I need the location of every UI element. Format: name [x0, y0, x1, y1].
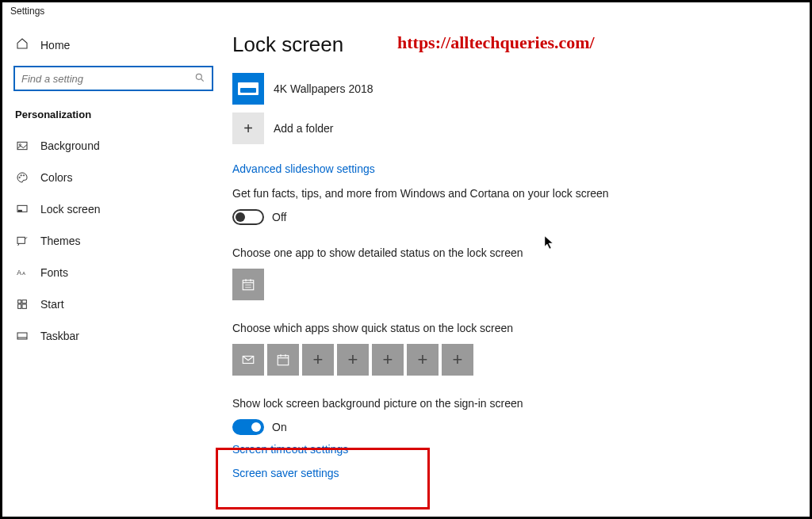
search-icon	[194, 72, 205, 86]
section-label: Personalization	[10, 102, 216, 130]
signin-picture-state: On	[272, 421, 287, 433]
svg-rect-12	[18, 300, 21, 303]
sidebar-item-taskbar[interactable]: Taskbar	[10, 320, 216, 352]
quick-status-slot-1[interactable]	[232, 344, 264, 376]
quick-status-text: Choose which apps show quick status on t…	[232, 321, 613, 336]
search-input-container[interactable]	[13, 66, 213, 91]
plus-icon: +	[453, 349, 463, 370]
plus-icon: +	[383, 349, 393, 370]
mail-icon	[241, 353, 255, 367]
plus-icon: +	[418, 349, 428, 370]
watermark-text: https://alltechqueries.com/	[397, 32, 595, 53]
svg-rect-8	[18, 210, 21, 211]
svg-rect-13	[22, 300, 26, 303]
window-title: Settings	[2, 2, 810, 23]
window-content: Home Personalization Background Colors L…	[2, 23, 810, 517]
add-folder-label: Add a folder	[274, 122, 334, 135]
grid-icon	[15, 298, 29, 311]
sidebar-item-label: Fonts	[40, 266, 68, 279]
sidebar-item-lock-screen[interactable]: Lock screen	[10, 193, 216, 225]
quick-status-slot-5[interactable]: +	[372, 344, 404, 376]
main-panel: Lock screen 4K Wallpapers 2018 + Add a f…	[216, 23, 810, 517]
fonts-icon: AA	[15, 266, 29, 279]
settings-window: Settings Home Personalization Background	[0, 0, 812, 519]
sidebar-item-label: Themes	[40, 235, 81, 247]
screen-timeout-link[interactable]: Screen timeout settings	[232, 443, 794, 456]
sidebar-item-background[interactable]: Background	[10, 130, 216, 162]
sidebar-item-colors[interactable]: Colors	[10, 162, 216, 193]
detailed-status-app-button[interactable]	[232, 269, 264, 300]
screen-saver-link[interactable]: Screen saver settings	[232, 467, 794, 479]
svg-point-4	[19, 177, 20, 177]
fun-facts-toggle[interactable]	[232, 209, 264, 225]
sidebar-item-label: Background	[40, 139, 100, 152]
palette-icon	[15, 171, 29, 184]
app-label: 4K Wallpapers 2018	[274, 82, 373, 95]
svg-text:A: A	[22, 271, 25, 276]
calendar-icon	[276, 353, 290, 367]
quick-status-slot-7[interactable]: +	[442, 344, 473, 376]
detailed-status-text: Choose one app to show detailed status o…	[232, 246, 613, 261]
svg-rect-25	[278, 355, 289, 364]
home-label: Home	[40, 39, 70, 52]
svg-text:A: A	[17, 269, 21, 277]
sidebar-item-label: Taskbar	[40, 330, 79, 342]
fun-facts-state: Off	[272, 211, 286, 223]
signin-picture-text: Show lock screen background picture on t…	[232, 396, 613, 411]
sidebar-item-label: Lock screen	[40, 203, 100, 216]
calendar-icon	[241, 277, 255, 292]
sidebar-item-label: Start	[40, 298, 64, 311]
search-input[interactable]	[21, 73, 188, 85]
app-tile-icon	[232, 73, 264, 105]
svg-line-1	[201, 78, 204, 81]
fun-facts-text: Get fun facts, tips, and more from Windo…	[232, 186, 613, 201]
plus-icon: +	[232, 113, 264, 144]
home-button[interactable]: Home	[10, 29, 216, 61]
svg-rect-15	[22, 304, 26, 308]
svg-rect-9	[17, 237, 25, 243]
quick-status-slot-4[interactable]: +	[337, 344, 369, 376]
svg-point-0	[196, 74, 201, 79]
quick-status-slot-3[interactable]: +	[302, 344, 334, 376]
quick-status-slot-6[interactable]: +	[407, 344, 439, 376]
plus-icon: +	[313, 349, 324, 370]
sidebar-item-fonts[interactable]: AA Fonts	[10, 257, 216, 288]
svg-point-3	[19, 144, 21, 146]
wallpapers-app-row[interactable]: 4K Wallpapers 2018	[232, 73, 794, 105]
monitor-icon	[15, 203, 29, 216]
add-folder-button[interactable]: + Add a folder	[232, 113, 794, 144]
svg-rect-14	[18, 304, 21, 308]
home-icon	[15, 37, 29, 53]
plus-icon: +	[348, 349, 358, 370]
quick-status-slot-2[interactable]	[267, 344, 299, 376]
svg-point-5	[21, 175, 21, 176]
brush-icon	[15, 235, 29, 247]
advanced-slideshow-link[interactable]: Advanced slideshow settings	[232, 162, 375, 175]
svg-point-6	[23, 175, 24, 176]
taskbar-icon	[15, 330, 29, 342]
signin-picture-toggle[interactable]	[232, 419, 264, 435]
sidebar-item-themes[interactable]: Themes	[10, 225, 216, 257]
svg-rect-16	[17, 333, 27, 339]
sidebar-item-start[interactable]: Start	[10, 288, 216, 320]
sidebar: Home Personalization Background Colors L…	[2, 23, 216, 517]
picture-icon	[15, 139, 29, 152]
sidebar-item-label: Colors	[40, 171, 72, 184]
